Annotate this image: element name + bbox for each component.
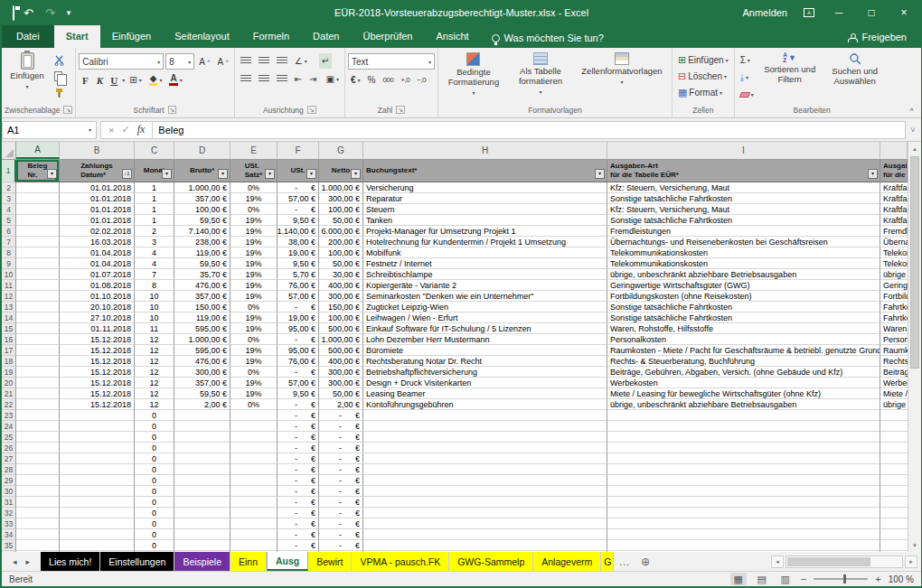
cell[interactable]: - €	[319, 551, 363, 552]
cell[interactable]: 0	[135, 529, 174, 540]
cell[interactable]: 4	[135, 258, 174, 269]
cell[interactable]	[230, 432, 278, 443]
row-number[interactable]: 8	[2, 247, 16, 258]
header-E[interactable]: USt. Satz*▾	[230, 160, 278, 182]
cell[interactable]	[174, 540, 230, 551]
cell[interactable]: - €	[278, 540, 319, 551]
increase-font-icon[interactable]: A˄	[196, 54, 212, 70]
sheet-tab-einn[interactable]: Einn	[230, 552, 267, 571]
cell[interactable]: 59,50 €	[174, 258, 230, 269]
cell[interactable]: 0	[135, 486, 174, 497]
filter-icon[interactable]: ▾	[265, 169, 275, 179]
cell[interactable]: Werbek	[880, 378, 908, 388]
cell[interactable]	[16, 421, 60, 432]
cell[interactable]	[607, 529, 880, 540]
cell[interactable]: 19%	[230, 388, 278, 399]
cell[interactable]: - €	[319, 464, 363, 475]
cell[interactable]: 400,00 €	[319, 280, 363, 291]
cell[interactable]: 1.000,00 €	[174, 182, 230, 193]
maximize-button[interactable]: □	[863, 6, 880, 19]
cell[interactable]: 27.10.2018	[60, 313, 135, 323]
cell[interactable]	[16, 529, 60, 540]
row-number[interactable]: 34	[2, 529, 16, 540]
normal-view-icon[interactable]: ▦	[730, 573, 747, 585]
cell[interactable]	[880, 508, 908, 518]
cell[interactable]: 0	[135, 508, 174, 518]
header-B[interactable]: Zahlungs Datum*↓1	[60, 160, 135, 182]
zoom-out-icon[interactable]: −	[801, 574, 806, 584]
horizontal-scroll-thumb[interactable]	[787, 557, 870, 566]
cell[interactable]: 38,00 €	[278, 237, 319, 247]
cell[interactable]	[16, 193, 60, 204]
cell[interactable]: - €	[278, 529, 319, 540]
cell[interactable]: 100,00 €	[174, 204, 230, 215]
number-format-select[interactable]: Text▾	[348, 53, 435, 70]
cell[interactable]: 01.07.2018	[60, 269, 135, 280]
vertical-scroll-track[interactable]	[908, 369, 921, 538]
cell[interactable]: 19%	[230, 247, 278, 258]
row-number[interactable]: 6	[2, 226, 16, 237]
header-I[interactable]: Ausgaben-Art für die Tabelle EÜR*▾	[607, 160, 880, 182]
cell[interactable]	[607, 443, 880, 453]
cell[interactable]: 12	[135, 378, 174, 388]
ribbon-display-options-icon[interactable]: ˄	[804, 8, 814, 17]
row-number[interactable]: 3	[2, 193, 16, 204]
cell[interactable]: 19%	[230, 378, 278, 388]
cell[interactable]: 57,00 €	[278, 291, 319, 302]
row-number[interactable]: 9	[2, 258, 16, 269]
cell[interactable]: Tanken	[363, 215, 607, 226]
cell[interactable]: 59,50 €	[174, 215, 230, 226]
clear-icon[interactable]: ▾	[738, 87, 757, 102]
cell[interactable]	[880, 410, 908, 421]
format-cells-button[interactable]: ▦Format▾	[675, 85, 731, 100]
cell[interactable]: 01.01.2018	[60, 193, 135, 204]
cell[interactable]: 150,00 €	[174, 302, 230, 313]
cell[interactable]	[174, 529, 230, 540]
cell[interactable]: 95,00 €	[278, 345, 319, 356]
zoom-slider[interactable]	[814, 578, 868, 580]
header-G[interactable]: Netto▾	[319, 160, 363, 182]
cell[interactable]: 0	[135, 421, 174, 432]
cell[interactable]: 35,70 €	[174, 269, 230, 280]
redo-icon[interactable]: ↷▾	[45, 7, 58, 19]
cell[interactable]	[174, 443, 230, 453]
cell[interactable]	[174, 464, 230, 475]
cell[interactable]: Kraftfah	[880, 182, 908, 193]
sheet-tab-gwg-sammelp[interactable]: GWG-Sammelp	[449, 552, 533, 571]
sign-in-button[interactable]: Anmelden	[742, 7, 787, 18]
cell[interactable]	[230, 475, 278, 486]
zoom-slider-thumb[interactable]	[843, 574, 846, 583]
undo-icon[interactable]: ↶▾	[24, 7, 36, 19]
cancel-icon[interactable]: ×	[108, 125, 114, 135]
cell[interactable]: Fortbildungskosten (ohne Reisekosten)	[607, 291, 880, 302]
cell[interactable]: Kraftfah	[880, 204, 908, 215]
cell[interactable]	[16, 237, 60, 247]
header-A[interactable]: Beleg Nr.▾	[16, 160, 60, 182]
italic-button[interactable]: K	[93, 75, 106, 86]
cell[interactable]: übrige, unbeschränkt abziehbare Betriebs…	[607, 269, 880, 280]
cell[interactable]	[60, 432, 135, 443]
cell[interactable]: Kfz: Steuern, Versicherung, Maut	[607, 204, 880, 215]
cell[interactable]: - €	[278, 443, 319, 453]
cell[interactable]	[60, 551, 135, 552]
col-letter-F[interactable]: F	[278, 142, 319, 159]
orientation-icon[interactable]: ∠▾	[292, 53, 310, 69]
cell[interactable]: 10	[135, 313, 174, 323]
cell[interactable]	[607, 497, 880, 508]
cell[interactable]: Hotelrechnung für Kundentermin / Projekt…	[363, 237, 607, 247]
cell[interactable]: 357,00 €	[174, 378, 230, 388]
cell[interactable]: 15.12.2018	[60, 388, 135, 399]
cell[interactable]	[230, 529, 278, 540]
zoom-in-icon[interactable]: +	[875, 574, 880, 584]
ribbon-tab-start[interactable]: Start	[54, 25, 100, 48]
cell[interactable]	[363, 486, 607, 497]
cell[interactable]: 01.08.2018	[60, 280, 135, 291]
cell[interactable]: 0	[135, 540, 174, 551]
cell[interactable]	[363, 410, 607, 421]
cell[interactable]	[16, 182, 60, 193]
horizontal-scroll-track[interactable]	[786, 555, 903, 568]
cell[interactable]: 0	[135, 432, 174, 443]
row-number[interactable]: 11	[2, 280, 16, 291]
align-middle-icon[interactable]	[256, 53, 272, 69]
align-top-icon[interactable]	[238, 53, 254, 69]
